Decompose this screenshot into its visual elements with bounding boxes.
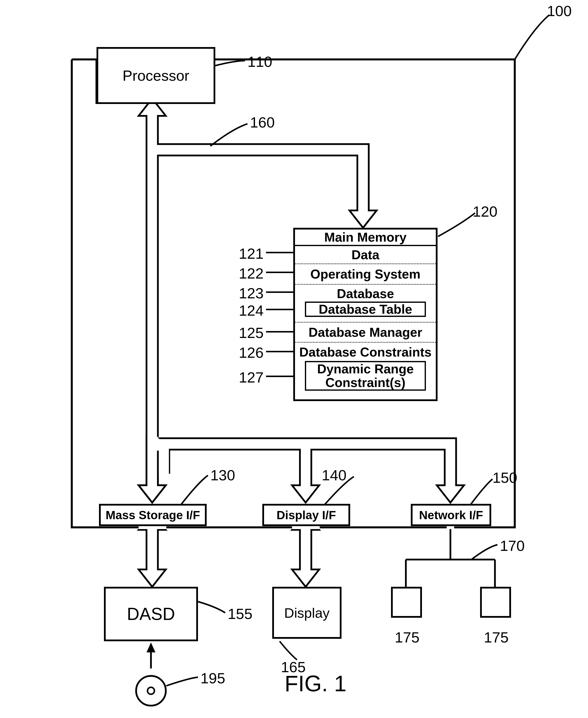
ref-195: 195 [201, 670, 225, 687]
mass-storage-if-box: Mass Storage I/F [99, 504, 207, 526]
network-node-b [480, 587, 511, 618]
ref-130: 130 [210, 467, 235, 484]
mem-row-db-table: Database Table [305, 302, 426, 317]
svg-rect-17 [447, 526, 454, 529]
mem-row-data: Data [295, 246, 436, 264]
mem-row-database-label: Database [295, 286, 436, 301]
ref-110: 110 [248, 53, 272, 70]
svg-marker-26 [147, 642, 155, 652]
processor-label: Processor [123, 67, 189, 84]
display-box: Display [272, 587, 341, 639]
mem-row-dyn-range: Dynamic Range Constraint(s) [305, 361, 426, 391]
ref-122: 122 [239, 265, 264, 282]
mem-row-os: Operating System [295, 264, 436, 285]
dasd-box: DASD [104, 587, 198, 641]
figure-caption: FIG. 1 [285, 671, 346, 696]
ref-121: 121 [239, 245, 264, 262]
mem-row-db-manager: Database Manager [295, 323, 436, 343]
ref-155: 155 [228, 606, 252, 622]
svg-rect-10 [139, 526, 168, 529]
network-if-box: Network I/F [411, 504, 491, 526]
ref-100: 100 [547, 2, 572, 20]
ref-175b: 175 [484, 629, 508, 646]
ref-160: 160 [250, 114, 275, 131]
processor-box: Processor [97, 47, 215, 104]
main-memory-title: Main Memory [295, 229, 436, 246]
mem-row-database: Database Database Table [295, 285, 436, 323]
ref-150: 150 [492, 469, 517, 486]
svg-rect-13 [292, 526, 322, 529]
mem-row-db-constraints-label: Database Constraints [295, 345, 436, 360]
ref-175a: 175 [395, 629, 419, 646]
network-node-a [391, 587, 422, 618]
ref-124: 124 [239, 302, 264, 319]
ref-127: 127 [239, 369, 264, 386]
ref-170: 170 [500, 537, 525, 554]
ref-140: 140 [322, 467, 346, 484]
main-memory-box: Main Memory Data Operating System Databa… [293, 228, 438, 401]
ref-126: 126 [239, 344, 264, 361]
ref-123: 123 [239, 285, 264, 302]
figure-stage: 100 Processor 110 160 Main Memory Data O… [0, 0, 588, 718]
mem-row-db-constraints: Database Constraints Dynamic Range Const… [295, 343, 436, 399]
ref-125: 125 [239, 324, 264, 342]
ref-120: 120 [473, 203, 498, 220]
svg-point-24 [147, 687, 154, 694]
display-if-box: Display I/F [262, 504, 350, 526]
